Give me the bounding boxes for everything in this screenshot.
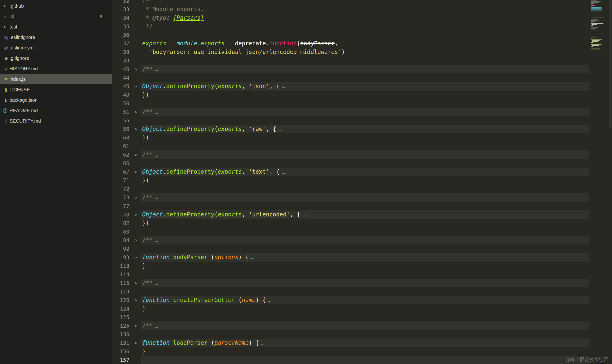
code-line-45[interactable]: 45>Object.defineProperty(exports, 'json'…: [112, 82, 612, 91]
sidebar-item-github[interactable]: >.github: [0, 1, 112, 11]
line-number[interactable]: 40: [112, 66, 129, 72]
code-line-61[interactable]: 61: [112, 142, 612, 150]
code-line-92[interactable]: 92: [112, 245, 612, 253]
code-line-67[interactable]: 67>Object.defineProperty(exports, 'text'…: [112, 168, 612, 176]
line-number[interactable]: 37: [112, 41, 129, 47]
line-number[interactable]: 82: [112, 220, 129, 226]
code-line-32[interactable]: 32/**: [112, 0, 612, 5]
code-line-66[interactable]: 66: [112, 159, 612, 168]
line-number[interactable]: 55: [112, 117, 129, 124]
code-line-49[interactable]: 49}): [112, 91, 612, 99]
sidebar-item-eslintignore[interactable]: ◎.eslintignore: [0, 32, 112, 42]
fold-ellipsis[interactable]: …: [282, 83, 285, 90]
line-number[interactable]: 32: [112, 0, 129, 4]
fold-chevron-icon[interactable]: >: [129, 298, 142, 303]
line-number[interactable]: 49: [112, 92, 129, 98]
line-number[interactable]: 44: [112, 75, 129, 81]
minimap[interactable]: [591, 0, 609, 69]
line-number[interactable]: 51: [112, 109, 129, 115]
line-number[interactable]: 50: [112, 101, 129, 106]
fold-ellipsis[interactable]: …: [155, 109, 158, 115]
fold-chevron-icon[interactable]: >: [129, 109, 142, 115]
sidebar-item-history-md[interactable]: ↓HISTORY.md: [0, 64, 112, 74]
editor-scrollbar[interactable]: [609, 0, 612, 364]
line-number[interactable]: 71: [112, 178, 129, 183]
code-line-37[interactable]: 37exports = module.exports = deprecate.f…: [112, 39, 612, 48]
code-line-62[interactable]: 62>/**…: [112, 150, 612, 159]
line-number[interactable]: 83: [112, 229, 129, 235]
fold-ellipsis[interactable]: …: [261, 339, 265, 346]
code-line-36[interactable]: 36: [112, 31, 612, 39]
code-line-78[interactable]: 78>Object.defineProperty(exports, 'urlen…: [112, 210, 612, 219]
code-line-40[interactable]: 40>/**…: [112, 65, 612, 73]
line-number[interactable]: 67: [112, 169, 129, 175]
line-number[interactable]: 61: [112, 143, 129, 149]
fold-chevron-icon[interactable]: >: [129, 255, 142, 260]
line-number[interactable]: 36: [112, 32, 129, 38]
line-number[interactable]: 35: [112, 24, 129, 29]
code-line-115[interactable]: 115>/**…: [112, 279, 612, 287]
line-number[interactable]: 157: [112, 357, 129, 363]
fold-ellipsis[interactable]: …: [251, 254, 254, 261]
fold-chevron-icon[interactable]: >: [129, 126, 142, 132]
fold-chevron-icon[interactable]: >: [129, 238, 142, 243]
fold-chevron-icon[interactable]: >: [129, 169, 142, 174]
code-line-38[interactable]: 38 'bodyParser: use individual json/urle…: [112, 48, 612, 56]
line-number[interactable]: 119: [112, 289, 129, 295]
fold-ellipsis[interactable]: …: [155, 151, 158, 158]
editor-pane[interactable]: 32/**33 * Module exports.34 * @type {Par…: [112, 0, 612, 364]
scrollbar-thumb[interactable]: [609, 0, 612, 128]
sidebar-item-license[interactable]: §LICENSE: [0, 84, 112, 95]
code-line-114[interactable]: 114: [112, 270, 612, 279]
code-line-93[interactable]: 93>function bodyParser (options) {…: [112, 253, 612, 262]
fold-chevron-icon[interactable]: >: [129, 212, 142, 217]
fold-ellipsis[interactable]: …: [155, 194, 158, 201]
sidebar-item-package-json[interactable]: {}package.json: [0, 95, 112, 105]
line-number[interactable]: 77: [112, 203, 129, 209]
sidebar-item-index-js[interactable]: JSindex.js: [0, 74, 112, 84]
line-number[interactable]: 73: [112, 195, 129, 201]
line-number[interactable]: 45: [112, 83, 129, 89]
line-number[interactable]: 39: [112, 58, 129, 64]
fold-chevron-icon[interactable]: >: [129, 152, 142, 157]
code-line-39[interactable]: 39: [112, 56, 612, 65]
fold-chevron-icon[interactable]: >: [129, 195, 142, 200]
code-line-77[interactable]: 77: [112, 202, 612, 210]
code-line-51[interactable]: 51>/**…: [112, 108, 612, 116]
line-number[interactable]: 113: [112, 263, 129, 269]
code-line-83[interactable]: 83: [112, 227, 612, 236]
code-line-156[interactable]: 156}: [112, 347, 612, 356]
line-number[interactable]: 92: [112, 246, 129, 252]
fold-chevron-icon[interactable]: >: [129, 340, 142, 345]
code-line-73[interactable]: 73>/**…: [112, 193, 612, 202]
code-line-60[interactable]: 60}): [112, 133, 612, 142]
line-number[interactable]: 126: [112, 323, 129, 329]
sidebar-item-security-md[interactable]: ↓SECURITY.md: [0, 116, 112, 126]
fold-ellipsis[interactable]: …: [279, 126, 282, 132]
line-number[interactable]: 78: [112, 212, 129, 218]
code-line-33[interactable]: 33 * Module exports.: [112, 5, 612, 13]
code-line-56[interactable]: 56>Object.defineProperty(exports, 'raw',…: [112, 125, 612, 133]
code-line-50[interactable]: 50: [112, 99, 612, 108]
fold-chevron-icon[interactable]: >: [129, 323, 142, 328]
line-number[interactable]: 56: [112, 126, 129, 132]
sidebar-item-test[interactable]: >test: [0, 22, 112, 32]
code-line-71[interactable]: 71}): [112, 176, 612, 185]
code-line-44[interactable]: 44: [112, 73, 612, 82]
line-number[interactable]: 125: [112, 314, 129, 320]
code-line-130[interactable]: 130: [112, 330, 612, 338]
sidebar-item-lib[interactable]: >lib: [0, 11, 112, 22]
code-line-113[interactable]: 113}: [112, 262, 612, 270]
line-number[interactable]: 124: [112, 306, 129, 312]
fold-chevron-icon[interactable]: >: [129, 280, 142, 286]
line-number[interactable]: 114: [112, 272, 129, 277]
sidebar-item-readme-md[interactable]: iREADME.md: [0, 105, 112, 116]
code-line-126[interactable]: 126>/**…: [112, 322, 612, 330]
sidebar-item-eslintrc-yml[interactable]: ◎.eslintrc.yml: [0, 42, 112, 53]
code-line-55[interactable]: 55: [112, 116, 612, 125]
code-line-84[interactable]: 84>/**…: [112, 236, 612, 245]
fold-ellipsis[interactable]: …: [155, 66, 158, 72]
line-number[interactable]: 130: [112, 331, 129, 338]
line-number[interactable]: 156: [112, 349, 129, 354]
code-line-119[interactable]: 119: [112, 287, 612, 296]
